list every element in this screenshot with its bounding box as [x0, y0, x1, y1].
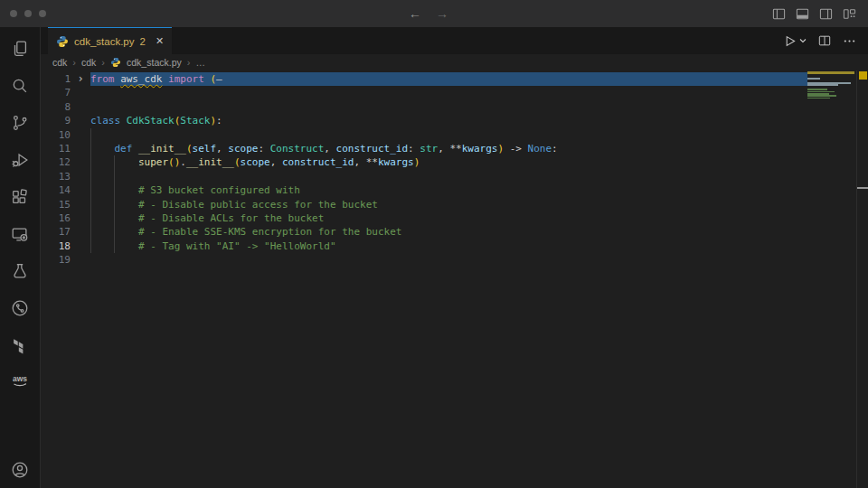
code-line-row: 7 — [41, 86, 807, 99]
code-line[interactable]: # - Enable SSE-KMS encryption for the bu… — [90, 225, 807, 239]
close-window-button[interactable] — [10, 10, 17, 17]
line-number: 8 — [41, 100, 71, 114]
code-line[interactable]: # - Tag with "AI" -> "HelloWorld" — [90, 239, 807, 253]
terraform-icon[interactable] — [0, 326, 40, 363]
code-line[interactable]: # - Disable ACLs for the bucket — [90, 211, 807, 225]
fold-gutter — [71, 114, 90, 127]
code-token: scope — [228, 143, 258, 155]
source-control-icon[interactable] — [0, 104, 40, 141]
breadcrumb-item[interactable]: cdk — [81, 57, 96, 68]
code-line[interactable] — [90, 128, 807, 142]
indent-guide — [90, 198, 91, 211]
vscode-window: ← → — [0, 0, 868, 488]
breadcrumb-separator-icon: › — [72, 57, 76, 68]
code-token: kwargs — [462, 143, 498, 155]
svg-text:aws: aws — [13, 374, 27, 383]
split-editor-icon[interactable] — [818, 34, 831, 47]
code-token: ( — [234, 156, 241, 168]
line-number: 15 — [41, 198, 71, 211]
code-token: -> — [504, 143, 528, 155]
breadcrumb-item[interactable]: … — [195, 57, 205, 68]
warning-marker — [859, 71, 867, 80]
indent-guide — [114, 198, 115, 211]
code-token: construct_id — [336, 143, 408, 155]
code-editor[interactable]: 1›from aws_cdk import (–789class CdkStac… — [41, 70, 868, 488]
code-token: None — [528, 143, 552, 155]
code-line[interactable] — [90, 100, 807, 114]
code-token: , — [270, 156, 282, 168]
explorer-icon[interactable] — [0, 30, 40, 67]
line-number: 1 — [41, 72, 71, 86]
line-number: 13 — [41, 170, 71, 183]
code-token: : — [552, 143, 558, 155]
run-python-file-button[interactable] — [783, 34, 807, 48]
minimap[interactable] — [807, 71, 856, 488]
code-line[interactable] — [90, 170, 807, 183]
code-line[interactable]: class CdkStack(Stack): — [90, 114, 807, 127]
breadcrumb-item[interactable]: cdk — [52, 57, 67, 68]
code-token: , — [354, 156, 365, 168]
toggle-panel-icon[interactable] — [796, 7, 809, 21]
overview-ruler — [857, 70, 868, 488]
fold-gutter — [71, 225, 90, 239]
indent-guide — [114, 239, 115, 253]
breadcrumb-item[interactable]: cdk_stack.py — [127, 57, 182, 68]
minimap-line — [807, 93, 829, 95]
code-line[interactable]: # - Disable public access for the bucket — [90, 198, 807, 211]
tab-label: cdk_stack.py — [74, 36, 134, 47]
code-line-row: 16 # - Disable ACLs for the bucket — [41, 211, 807, 225]
go-back-button[interactable]: ← — [409, 7, 421, 20]
account-icon[interactable] — [0, 451, 40, 488]
code-line-row: 8 — [41, 100, 807, 114]
more-actions-icon[interactable] — [843, 34, 856, 48]
testing-beaker-icon[interactable] — [0, 252, 40, 289]
zoom-window-button[interactable] — [39, 10, 46, 17]
code-line[interactable]: def __init__(self, scope: Construct, con… — [90, 142, 807, 155]
fold-chevron-icon[interactable]: › — [71, 72, 90, 86]
toggle-primary-sidebar-icon[interactable] — [772, 7, 786, 21]
indent-guide — [114, 155, 115, 169]
extensions-icon[interactable] — [0, 178, 40, 215]
code-line[interactable]: # S3 bucket configured with — [90, 183, 807, 197]
minimap-line — [807, 91, 835, 93]
search-icon[interactable] — [0, 67, 40, 104]
code-token: class — [90, 115, 127, 127]
code-line[interactable]: super().__init__(scope, construct_id, **… — [90, 155, 807, 169]
code-line[interactable] — [90, 86, 807, 99]
run-and-debug-icon[interactable] — [0, 141, 40, 178]
indent-guide — [90, 155, 91, 169]
minimize-window-button[interactable] — [24, 10, 32, 17]
remote-explorer-icon[interactable] — [0, 215, 40, 252]
fold-gutter — [71, 253, 90, 267]
code-token: __init__ — [186, 156, 234, 168]
run-dropdown-chevron-icon — [799, 37, 807, 44]
code-token: # - Disable public access for the bucket — [138, 199, 378, 211]
tab-cdk-stack-py[interactable]: cdk_stack.py 2 ✕ — [48, 27, 172, 54]
indent-guide — [114, 183, 115, 197]
line-number: 16 — [41, 211, 71, 225]
indent-guide — [114, 211, 115, 225]
code-token: – — [216, 73, 222, 85]
code-line[interactable] — [90, 253, 807, 267]
code-token: : — [408, 143, 420, 155]
code-token: Stack — [180, 115, 210, 127]
customize-layout-icon[interactable] — [843, 7, 856, 21]
code-token: construct_id — [282, 156, 354, 168]
fold-gutter — [71, 211, 90, 225]
code-token: aws_cdk — [120, 73, 162, 85]
fold-gutter — [71, 100, 90, 114]
minimap-line — [807, 78, 820, 80]
fold-gutter — [71, 155, 90, 169]
tab-close-icon[interactable]: ✕ — [156, 35, 164, 47]
go-forward-button[interactable]: → — [436, 7, 448, 20]
code-token: # - Enable SSE-KMS encryption for the bu… — [138, 226, 401, 238]
indent-guide — [90, 239, 91, 253]
line-number: 19 — [41, 253, 71, 267]
git-graph-circle-icon[interactable] — [0, 289, 40, 326]
code-line[interactable]: from aws_cdk import (– — [90, 72, 807, 86]
minimap-line — [807, 84, 838, 86]
indent-guide — [90, 142, 91, 155]
minimap-line — [807, 98, 830, 99]
aws-icon[interactable]: aws — [0, 363, 40, 400]
toggle-secondary-sidebar-icon[interactable] — [819, 7, 833, 21]
